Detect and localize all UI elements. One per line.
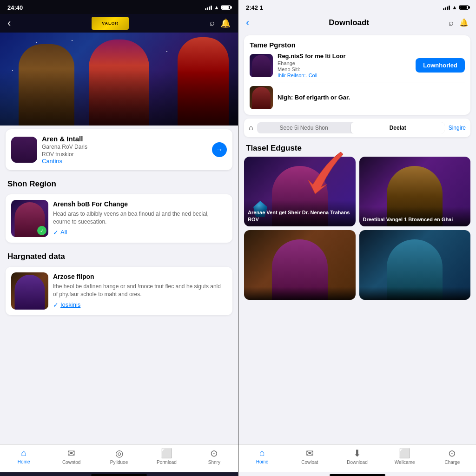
left-header: ‹ VALOR ⌕ 🔔 [0, 14, 238, 33]
article2-desc: lthe heol be dafinen hange or and !moce … [53, 283, 227, 298]
game-grid: Arenae Vent get Sheir Dr. Nenena Trahans… [238, 157, 476, 305]
article2-title: Arzose flIpon [53, 272, 227, 281]
pyliduoe-icon: ◎ [115, 448, 123, 459]
app-title: Aren & Intall [42, 135, 207, 143]
left-scroll-content[interactable]: Aren & Intall Garena RoV Daris ROV trusk… [0, 126, 238, 444]
segment-home-icon[interactable]: ⌂ [249, 124, 253, 132]
download-section-title: Tame Pgrston [250, 41, 465, 49]
app-icon-inner [11, 137, 37, 163]
article-thumb-2 [11, 272, 48, 310]
left-status-icons: ▲ [205, 4, 231, 11]
article-thumb-1: ✓ [11, 200, 48, 237]
right-status-icons: ▲ [443, 4, 469, 11]
nav-shnry-label: Shnry [208, 460, 220, 465]
logo-text: VALOR [102, 21, 119, 26]
right-header-actions: ⌕ 🔔 [449, 18, 469, 28]
game-card-3[interactable] [244, 230, 356, 300]
game-card-1[interactable]: Arenae Vent get Sheir Dr. Nenena Trahans… [244, 157, 356, 226]
article-content-2: Arzose flIpon lthe heol be dafinen hange… [53, 272, 227, 310]
pormload-icon: ⬜ [161, 448, 172, 459]
nav-pormload-label: Pormload [157, 460, 177, 465]
segment-group: Seee 5i Nedu Shon Deelat [257, 122, 445, 133]
nav-home[interactable]: ⌂ Home [0, 448, 47, 465]
right-search-icon[interactable]: ⌕ [449, 18, 454, 28]
check-icon-1: ✓ [53, 229, 59, 236]
right-nav-download-label: Download [347, 460, 367, 465]
right-back-button[interactable]: ‹ [246, 17, 249, 29]
home-indicator-right [330, 474, 385, 476]
hero-banner [0, 33, 238, 126]
download-section: Tame Pgrston Reg.nisS for me lti Loor Eh… [244, 35, 470, 115]
grid-wrapper: Arenae Vent get Sheir Dr. Nenena Trahans… [238, 157, 476, 305]
section1-title: Shon Region [0, 174, 238, 192]
dl-info-1: Reg.nisS for me lti Loor Ehange Meno Sit… [278, 53, 411, 78]
banner-overlay [0, 33, 238, 126]
left-phone: 24:40 ▲ ‹ VALOR ⌕ 🔔 [0, 0, 238, 476]
shnry-icon: ⊙ [210, 448, 218, 459]
game-card-4[interactable] [359, 230, 471, 300]
article1-desc: Head aras to albibly veens an bea finoud… [53, 210, 227, 226]
home-icon: ⌂ [21, 448, 26, 458]
battery-icon [221, 5, 231, 10]
game-card-1-label: Arenae Vent get Sheir Dr. Nenena Trahans… [244, 200, 356, 226]
app-tag: ROV truskior [42, 151, 207, 158]
app-link[interactable]: Cantins [42, 158, 207, 165]
right-scroll-content[interactable]: Tame Pgrston Reg.nisS for me lti Loor Eh… [238, 32, 476, 444]
article-item-1[interactable]: ✓ Arensh boB For Change Head aras to alb… [6, 194, 232, 243]
right-nav-cowloat-label: Cowloat [301, 460, 318, 465]
nav-pormload[interactable]: ⬜ Pormload [143, 448, 190, 465]
app-icon [11, 137, 37, 163]
download-item-2: Nigh: Bof erigarth or Gar. [250, 86, 465, 109]
bell-icon[interactable]: 🔔 [220, 18, 231, 28]
right-bell-icon[interactable]: 🔔 [459, 18, 469, 28]
segment-item-2[interactable]: Deelat [351, 122, 445, 133]
segment-item-1[interactable]: Seee 5i Nedu Shon [257, 122, 351, 133]
icon-character [11, 137, 37, 163]
search-icon[interactable]: ⌕ [210, 18, 215, 28]
nav-home-label: Home [18, 459, 30, 464]
back-button[interactable]: ‹ [7, 17, 11, 29]
nav-pyliduoe[interactable]: ◎ Pyliduoe [95, 448, 143, 465]
app-card[interactable]: Aren & Intall Garena RoV Daris ROV trusk… [6, 129, 232, 170]
dl-thumb-2 [250, 86, 273, 109]
right-phone: 2:42 1 ▲ ‹ Downloadt ⌕ 🔔 Tame Pgrston [238, 0, 476, 476]
segment-link[interactable]: Singire [449, 125, 466, 131]
right-nav-cowloat[interactable]: ✉ Cowloat [286, 448, 333, 465]
right-download-icon: ⬇ [353, 448, 361, 459]
section2-title: Hargnated data [0, 246, 238, 265]
right-nav-download[interactable]: ⬇ Download [333, 448, 381, 465]
left-time: 24:40 [7, 4, 23, 11]
thumb-chars-2 [11, 272, 48, 310]
article1-tag-row: ✓ All [53, 229, 227, 236]
right-cowloat-icon: ✉ [306, 448, 314, 459]
nav-cowntod-label: Cowntod [62, 460, 80, 465]
right-nav-wellcame[interactable]: ⬜ Wellcame [381, 448, 429, 465]
thumb-char-purple [15, 275, 45, 310]
dl-char-1 [252, 55, 271, 77]
nav-cowntod[interactable]: ✉ Cowntod [47, 448, 95, 465]
app-subtitle: Garena RoV Daris [42, 144, 207, 150]
right-nav-charge[interactable]: ⊙ Charge [429, 448, 476, 465]
game-card-3-label [244, 287, 356, 300]
article-item-2[interactable]: Arzose flIpon lthe heol be dafinen hange… [6, 267, 232, 315]
download-item-1: Reg.nisS for me lti Loor Ehange Meno Sit… [250, 53, 465, 78]
app-info: Aren & Intall Garena RoV Daris ROV trusk… [42, 135, 207, 165]
article2-tag-row: ✓ Ioskinis [53, 301, 227, 309]
signal-icon [205, 5, 212, 10]
dl-sub-2: Meno Siti: [278, 66, 411, 72]
right-nav-home[interactable]: ⌂ Home [238, 448, 286, 465]
right-nav-charge-label: Charge [445, 460, 460, 465]
right-bottom-nav: ⌂ Home ✉ Cowloat ⬇ Download ⬜ Wellcame ⊙… [238, 444, 476, 472]
nav-shnry[interactable]: ⊙ Shnry [191, 448, 238, 465]
game-card-4-label [359, 287, 471, 300]
download-button[interactable]: Lownhoried [416, 58, 465, 73]
game-card-2[interactable]: Dreetibal Vangel 1 Btownced en Ghai [359, 157, 471, 226]
right-time: 2:42 1 [246, 4, 263, 11]
arrow-button[interactable]: → [212, 142, 227, 157]
left-status-bar: 24:40 ▲ [0, 0, 238, 14]
header-actions: ⌕ 🔔 [210, 18, 231, 28]
grid-section-title: Tlasel Edguste [238, 139, 476, 157]
dl-title-2: Nigh: Bof erigarth or Gar. [278, 94, 350, 101]
badge-green: ✓ [37, 226, 46, 235]
dl-link-1[interactable]: Ihlir Reilson:. Coll [278, 73, 411, 78]
